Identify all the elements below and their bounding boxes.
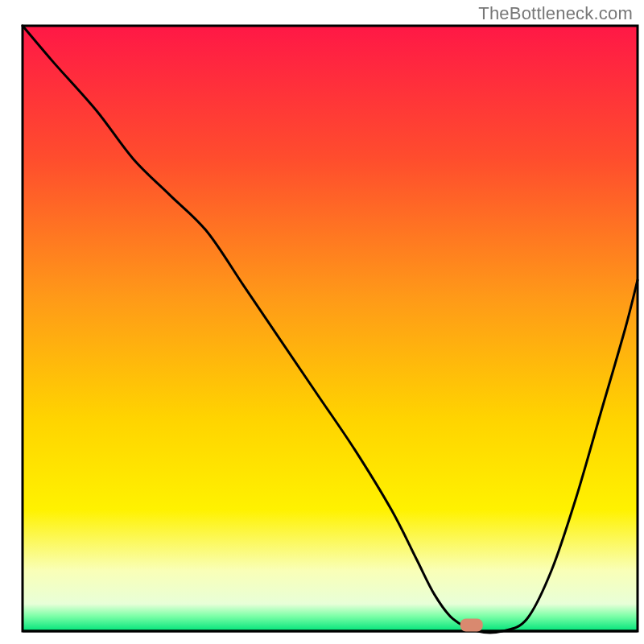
attribution-text: TheBottleneck.com <box>478 3 633 24</box>
gradient-background <box>23 26 638 631</box>
chart-container: { "attribution": "TheBottleneck.com", "c… <box>0 0 644 644</box>
optimal-point-marker <box>460 618 483 631</box>
bottleneck-chart <box>0 0 644 644</box>
